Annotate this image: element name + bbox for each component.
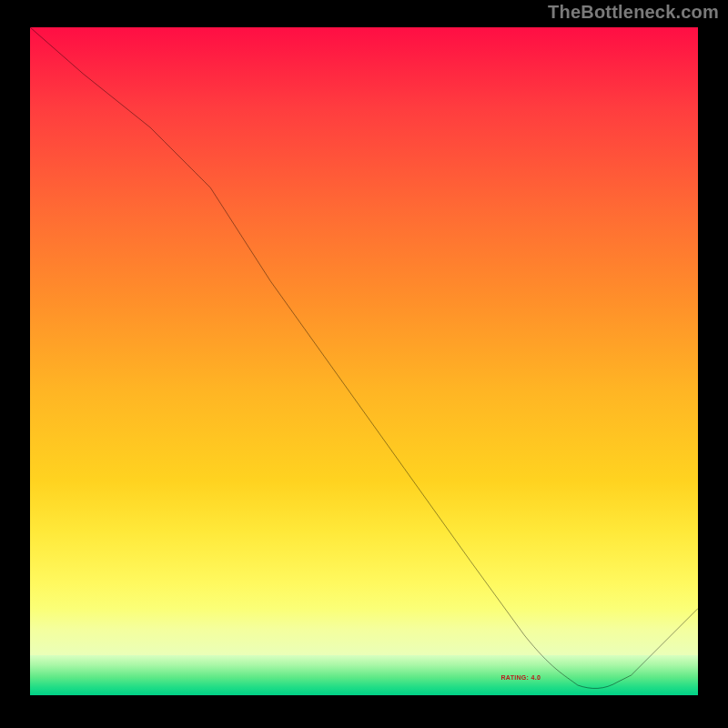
bottom-annotation: RATING: 4.0 <box>500 674 541 681</box>
curve-path <box>30 27 698 688</box>
watermark-text: TheBottleneck.com <box>548 2 719 23</box>
chart-container: TheBottleneck.com RATING: 4.0 <box>0 0 728 728</box>
plot-area: RATING: 4.0 <box>30 27 698 695</box>
line-series <box>30 27 698 695</box>
